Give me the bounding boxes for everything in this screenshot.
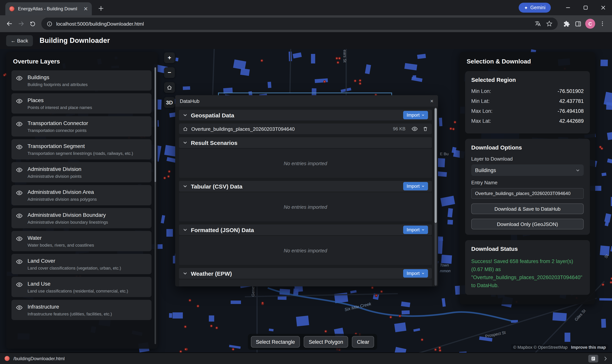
layer-item[interactable]: Transportation Segment Transportation se… (12, 139, 151, 159)
chevron-down-icon[interactable] (183, 184, 187, 188)
reset-view-button[interactable] (164, 82, 175, 93)
zoom-in-button[interactable]: + (164, 52, 175, 63)
forward-button[interactable] (15, 18, 27, 29)
url-text[interactable]: localhost:5000/buildingDownloader.html (56, 21, 529, 26)
layer-item[interactable]: Water Water bodies, rivers, and coastlin… (12, 231, 151, 251)
chevron-down-icon[interactable] (183, 113, 187, 117)
layer-select[interactable]: Buildings (471, 164, 584, 176)
address-bar[interactable]: localhost:5000/buildingDownloader.html (41, 18, 558, 30)
chevron-down-icon[interactable] (183, 228, 187, 232)
datahub-close-button[interactable]: × (430, 98, 433, 104)
reload-button[interactable] (27, 18, 38, 29)
select-rectangle-button[interactable]: Select Rectangle (251, 336, 300, 348)
map-place-dot (3, 74, 6, 77)
eye-icon[interactable] (16, 259, 23, 266)
browser-menu-button[interactable] (597, 18, 608, 29)
tab-close-icon[interactable]: ✕ (84, 6, 88, 12)
window-minimize-button[interactable] (563, 3, 573, 13)
extensions-icon[interactable] (561, 18, 572, 29)
layer-item[interactable]: Infrastructure Infrastructure features (… (12, 300, 151, 320)
datahub-entry-row[interactable]: Overture_buildings_places_20260203T09464… (179, 124, 432, 134)
layer-item[interactable]: Administrative Division Boundary Adminis… (12, 208, 151, 228)
zoom-out-button[interactable]: − (164, 67, 175, 78)
datahub-titlebar[interactable]: DataHub × (175, 95, 438, 107)
map-canvas[interactable]: ears St E Bu Geneva St Six Mile Creek Pr… (0, 49, 612, 352)
layers-scrollbar-thumb[interactable] (155, 67, 156, 182)
entry-name-input[interactable] (471, 188, 584, 199)
section-tabular-header[interactable]: Tabular (CSV) Data Import (179, 181, 432, 192)
download-save-button[interactable]: Download & Save to DataHub (471, 203, 584, 214)
new-tab-button[interactable] (96, 3, 106, 14)
layer-item[interactable]: Land Use Land use classifications (resid… (12, 277, 151, 297)
layer-description: Administrative division points (27, 174, 81, 179)
layer-item[interactable]: Land Cover Land cover classifications (v… (12, 254, 151, 274)
delete-trash-icon[interactable] (423, 126, 428, 131)
layer-item[interactable]: Administrative Division Area Administrat… (12, 185, 151, 205)
select-polygon-button[interactable]: Select Polygon (304, 336, 348, 348)
reload-icon (29, 20, 36, 27)
layers-scrollbar[interactable] (155, 67, 156, 344)
map-place-dot (602, 283, 604, 286)
map-place-dot (454, 121, 456, 124)
map-place-dot (261, 302, 264, 304)
tab-favicon-icon (9, 6, 14, 12)
house-icon (183, 126, 188, 131)
import-tabular-button[interactable]: Import (403, 182, 428, 190)
map-place-dot (184, 348, 187, 351)
datahub-scrollbar-thumb[interactable] (435, 108, 437, 223)
region-label: Min Lon: (471, 88, 491, 94)
eye-icon[interactable] (16, 304, 23, 312)
eye-icon[interactable] (16, 235, 23, 244)
section-scenarios-header[interactable]: Result Scenarios (179, 137, 432, 148)
browser-tab[interactable]: EnergyAtlas - Building Downl ✕ (5, 2, 92, 15)
gemini-button[interactable]: ✦ Gemini (519, 3, 551, 13)
site-info-icon[interactable] (47, 21, 53, 26)
eye-icon[interactable] (16, 121, 23, 129)
map-place-dot (215, 326, 218, 329)
datahub-scrollbar[interactable] (435, 107, 437, 286)
layer-name: Buildings (27, 74, 88, 80)
layer-name: Infrastructure (27, 304, 112, 310)
bookmark-star-icon[interactable] (546, 21, 552, 27)
attribution-text[interactable]: © Mapbox © OpenStreetMap (513, 345, 567, 350)
layer-name: Land Use (27, 281, 128, 287)
eye-icon[interactable] (16, 281, 23, 289)
section-geospatial-header[interactable]: Geospatial Data Import (179, 110, 432, 120)
region-row: Max Lon: -76.494108 (471, 108, 584, 114)
tray-expand-button[interactable] (604, 356, 607, 361)
chevron-down-icon (422, 272, 425, 275)
layer-item[interactable]: Transportation Connector Transportation … (12, 116, 151, 136)
section-json-header[interactable]: Formatted (JSON) Data Import (179, 224, 432, 235)
import-geospatial-button[interactable]: Import (403, 111, 428, 119)
layer-name: Water (27, 235, 94, 241)
notes-tray-button[interactable] (588, 355, 598, 362)
eye-icon[interactable] (16, 190, 23, 198)
eye-icon[interactable] (16, 98, 23, 106)
translate-icon[interactable] (535, 21, 541, 27)
chevron-down-icon[interactable] (183, 271, 187, 276)
clear-selection-button[interactable]: Clear (352, 336, 374, 348)
toggle-3d-button[interactable]: 3D (164, 97, 175, 108)
import-weather-button[interactable]: Import (403, 269, 428, 278)
layer-item[interactable]: Administrative Division Administrative d… (12, 162, 151, 182)
preview-eye-icon[interactable] (412, 126, 418, 132)
window-close-button[interactable] (598, 3, 608, 13)
street-label: E Bu (440, 151, 449, 156)
eye-icon[interactable] (16, 213, 23, 221)
side-panel-icon[interactable] (572, 18, 584, 29)
import-json-button[interactable]: Import (403, 226, 428, 234)
page-back-button[interactable]: ← Back (6, 35, 33, 46)
improve-map-link[interactable]: Improve this map (571, 345, 606, 350)
eye-icon[interactable] (16, 75, 23, 83)
chevron-down-icon[interactable] (183, 140, 187, 145)
eye-icon[interactable] (16, 167, 23, 175)
layer-item[interactable]: Places Points of interest and place name… (12, 93, 151, 114)
eye-icon[interactable] (16, 144, 23, 152)
section-weather-header[interactable]: Weather (EPW) Import (179, 268, 432, 279)
download-only-button[interactable]: Download Only (GeoJSON) (471, 219, 584, 229)
layer-description: Land cover classifications (vegetation, … (27, 266, 121, 270)
profile-avatar[interactable]: C (585, 19, 595, 29)
back-button[interactable] (4, 18, 15, 29)
layer-item[interactable]: Buildings Building footprints and attrib… (12, 70, 151, 91)
window-maximize-button[interactable] (581, 3, 591, 13)
